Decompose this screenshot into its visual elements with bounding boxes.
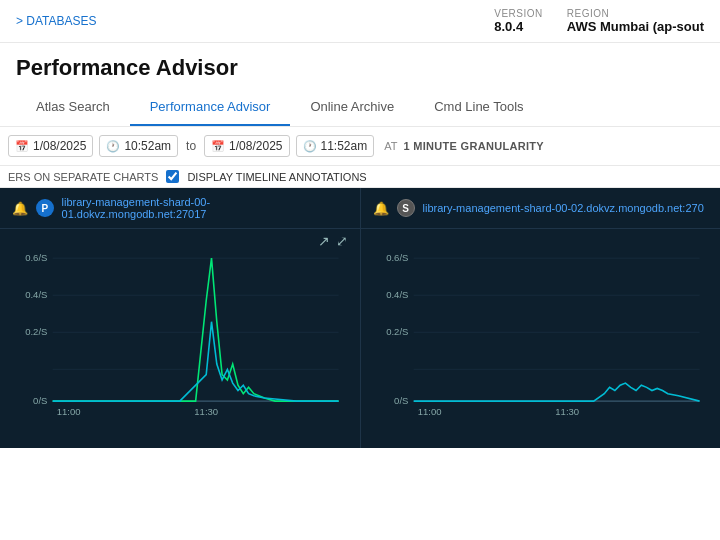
server-link-2[interactable]: library-management-shard-00-02.dokvz.mon…: [423, 202, 704, 214]
chart-2-header: 🔔 S library-management-shard-00-02.dokvz…: [361, 188, 721, 228]
from-date-input[interactable]: 📅 1/08/2025: [8, 135, 93, 157]
from-time-input[interactable]: 🕐 10:52am: [99, 135, 178, 157]
charts-row: ↗ ⤢ 0.6/S 0.4/S 0.2/S: [0, 229, 720, 448]
region-label: REGION: [567, 8, 704, 19]
calendar-icon-to: 📅: [211, 140, 225, 153]
svg-text:0.2/S: 0.2/S: [386, 326, 408, 337]
badge-secondary: S: [397, 199, 415, 217]
filters-row: 📅 1/08/2025 🕐 10:52am to 📅 1/08/2025 🕐 1…: [0, 127, 720, 166]
version-value: 8.0.4: [494, 19, 523, 34]
chart-panel-1: ↗ ⤢ 0.6/S 0.4/S 0.2/S: [0, 229, 361, 448]
version-region: VERSION 8.0.4 REGION AWS Mumbai (ap-sout: [494, 8, 704, 34]
svg-text:11:00: 11:00: [417, 406, 441, 417]
expand-icon[interactable]: ⤢: [336, 233, 348, 249]
to-time-input[interactable]: 🕐 11:52am: [296, 135, 375, 157]
page-title-area: Performance Advisor: [0, 43, 720, 81]
top-bar: > DATABASES VERSION 8.0.4 REGION AWS Mum…: [0, 0, 720, 43]
svg-text:0/S: 0/S: [33, 395, 47, 406]
databases-link[interactable]: > DATABASES: [16, 14, 97, 28]
chart-1-svg: 0.6/S 0.4/S 0.2/S 0/S 11:00 11:30: [8, 237, 352, 417]
svg-text:0.6/S: 0.6/S: [25, 252, 47, 263]
svg-text:11:30: 11:30: [194, 406, 218, 417]
calendar-icon-from: 📅: [15, 140, 29, 153]
badge-primary: P: [36, 199, 54, 217]
from-time-value: 10:52am: [124, 139, 171, 153]
svg-text:11:00: 11:00: [57, 406, 81, 417]
chart-panel-2: 0.6/S 0.4/S 0.2/S 0/S 11:00 11:30: [361, 229, 721, 448]
bell-icon-1: 🔔: [12, 201, 28, 216]
svg-text:0.6/S: 0.6/S: [386, 252, 408, 263]
granularity-value: 1 MINUTE GRANULARITY: [403, 140, 543, 152]
svg-text:0/S: 0/S: [394, 395, 408, 406]
tab-online-archive[interactable]: Online Archive: [290, 89, 414, 126]
share-icon[interactable]: ↗: [318, 233, 330, 249]
clock-icon-from: 🕐: [106, 140, 120, 153]
to-label: to: [184, 139, 198, 153]
from-date-value: 1/08/2025: [33, 139, 86, 153]
charts-area: 🔔 P library-management-shard-00-01.dokvz…: [0, 188, 720, 448]
to-date-value: 1/08/2025: [229, 139, 282, 153]
svg-text:11:30: 11:30: [555, 406, 579, 417]
tab-atlas-search[interactable]: Atlas Search: [16, 89, 130, 126]
chart-1-svg-wrapper: 0.6/S 0.4/S 0.2/S 0/S 11:00 11:30: [4, 237, 356, 417]
chart-1-toolbar: ↗ ⤢: [310, 233, 356, 253]
separate-charts-label: ERS ON SEPARATE CHARTS: [8, 171, 158, 183]
nav-tabs: Atlas Search Performance Advisor Online …: [0, 89, 720, 127]
display-annotations-label: DISPLAY TIMELINE ANNOTATIONS: [187, 171, 366, 183]
page-title: Performance Advisor: [16, 55, 704, 81]
chart-2-svg: 0.6/S 0.4/S 0.2/S 0/S 11:00 11:30: [369, 237, 713, 417]
version-block: VERSION 8.0.4: [494, 8, 543, 34]
options-row: ERS ON SEPARATE CHARTS DISPLAY TIMELINE …: [0, 166, 720, 188]
svg-text:0.4/S: 0.4/S: [25, 289, 47, 300]
tab-cmd-line-tools[interactable]: Cmd Line Tools: [414, 89, 543, 126]
at-label: AT: [384, 140, 397, 152]
tab-performance-advisor[interactable]: Performance Advisor: [130, 89, 291, 126]
svg-text:0.4/S: 0.4/S: [386, 289, 408, 300]
chart-2-svg-wrapper: 0.6/S 0.4/S 0.2/S 0/S 11:00 11:30: [365, 237, 717, 417]
display-annotations-checkbox[interactable]: [166, 170, 179, 183]
charts-header: 🔔 P library-management-shard-00-01.dokvz…: [0, 188, 720, 229]
clock-icon-to: 🕐: [303, 140, 317, 153]
region-block: REGION AWS Mumbai (ap-sout: [567, 8, 704, 34]
svg-text:0.2/S: 0.2/S: [25, 326, 47, 337]
to-date-input[interactable]: 📅 1/08/2025: [204, 135, 289, 157]
to-time-value: 11:52am: [321, 139, 368, 153]
server-link-1[interactable]: library-management-shard-00-01.dokvz.mon…: [62, 196, 348, 220]
region-value: AWS Mumbai (ap-sout: [567, 19, 704, 34]
version-label: VERSION: [494, 8, 543, 19]
chart-1-header: 🔔 P library-management-shard-00-01.dokvz…: [0, 188, 361, 228]
bell-icon-2: 🔔: [373, 201, 389, 216]
